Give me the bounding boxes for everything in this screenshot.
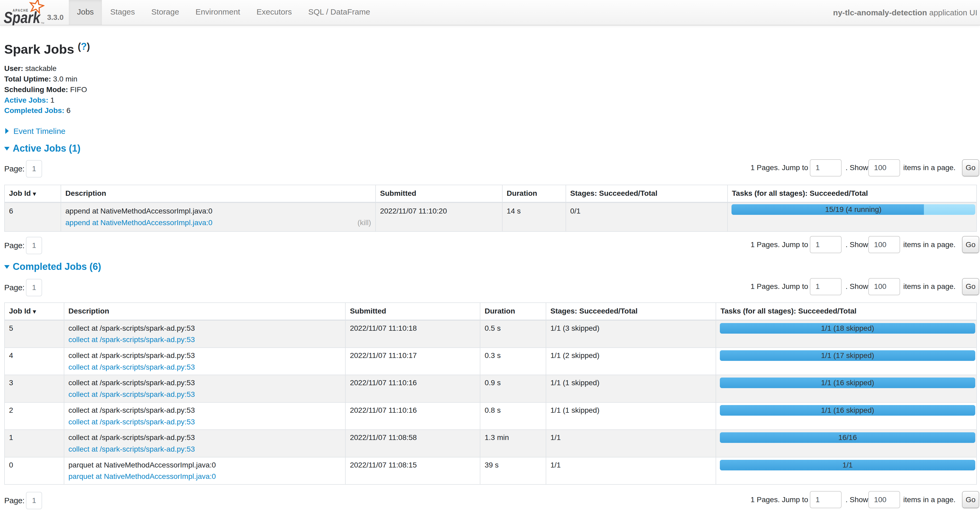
svg-text:TM: TM [41,22,44,24]
svg-text:Spark: Spark [4,8,41,25]
